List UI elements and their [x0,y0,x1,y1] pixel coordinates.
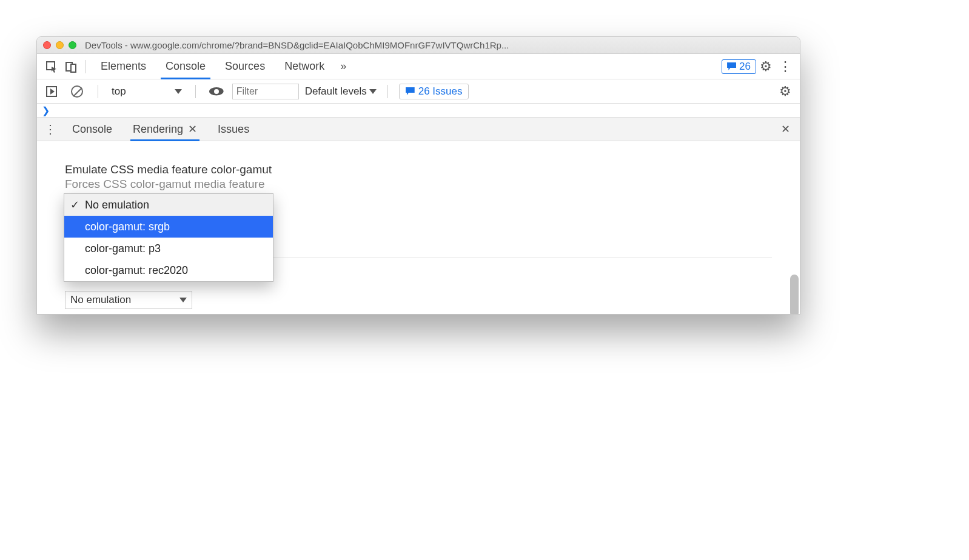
divider [195,85,196,98]
levels-label: Default levels [305,85,367,98]
drawer-tab-rendering[interactable]: Rendering ✕ [124,118,206,141]
window-title: DevTools - www.google.com/chrome/?brand=… [85,40,509,50]
chevron-down-icon [369,89,377,94]
device-toolbar-icon[interactable] [61,57,81,76]
close-drawer-icon[interactable]: ✕ [775,122,796,136]
tab-network[interactable]: Network [275,54,334,79]
log-levels-select[interactable]: Default levels [305,85,377,98]
section-desc: Forces CSS color-gamut media feature [65,178,772,191]
vision-deficiency-select[interactable]: No emulation [65,291,192,309]
svg-rect-2 [71,64,76,72]
zoom-window-button[interactable] [69,41,76,49]
traffic-lights [43,41,76,49]
drawer-tab-console[interactable]: Console [64,118,121,141]
rendering-panel: Emulate CSS media feature color-gamut Fo… [37,141,800,314]
console-prompt[interactable]: ❯ [37,104,800,117]
kebab-menu-icon[interactable]: ⋮ [776,57,795,76]
issues-count: 26 [739,61,751,73]
issues-icon [406,87,415,95]
filter-input[interactable] [232,84,299,99]
minimize-window-button[interactable] [56,41,64,49]
execution-context-select[interactable]: top [109,85,184,98]
context-value: top [112,85,126,98]
chevron-down-icon [179,298,187,302]
color-gamut-dropdown: No emulation color-gamut: srgb color-gam… [64,193,273,282]
drawer-toolbar: ⋮ Console Rendering ✕ Issues ✕ [37,117,800,141]
clear-console-icon[interactable] [67,82,87,101]
more-tabs-icon[interactable]: » [334,60,352,73]
close-icon[interactable]: ✕ [188,122,197,136]
devtools-window: DevTools - www.google.com/chrome/?brand=… [36,36,800,315]
console-sidebar-toggle-icon[interactable] [42,82,61,101]
inspect-element-icon[interactable] [42,57,61,76]
tab-console[interactable]: Console [156,54,215,79]
issues-pill[interactable]: 26 Issues [399,84,469,99]
drawer-tab-label: Rendering [133,123,183,136]
settings-icon[interactable]: ⚙ [756,57,776,76]
issues-badge[interactable]: 26 [722,59,756,74]
select-value: No emulation [70,294,131,306]
section-title: Emulate CSS media feature color-gamut [65,163,772,176]
tab-sources[interactable]: Sources [215,54,275,79]
divider [86,60,86,73]
issues-icon [727,62,736,70]
close-window-button[interactable] [43,41,51,49]
issues-pill-text: 26 Issues [418,85,463,98]
dropdown-option-p3[interactable]: color-gamut: p3 [64,238,273,259]
scrollbar-thumb[interactable] [790,275,799,315]
titlebar: DevTools - www.google.com/chrome/?brand=… [37,37,800,54]
live-expression-icon[interactable] [207,82,226,101]
console-settings-icon[interactable]: ⚙ [776,82,795,101]
drawer-tab-issues[interactable]: Issues [209,118,258,141]
dropdown-option-no-emulation[interactable]: No emulation [64,194,273,216]
console-toolbar: top Default levels 26 Issues ⚙ [37,79,800,104]
drawer-menu-icon[interactable]: ⋮ [41,122,60,136]
divider [387,85,388,98]
dropdown-option-srgb[interactable]: color-gamut: srgb [64,216,273,238]
tab-elements[interactable]: Elements [91,54,156,79]
prompt-caret: ❯ [42,105,50,116]
chevron-down-icon [175,89,182,94]
main-toolbar: Elements Console Sources Network » 26 ⚙ … [37,54,800,79]
dropdown-option-rec2020[interactable]: color-gamut: rec2020 [64,259,273,281]
divider [98,85,98,98]
